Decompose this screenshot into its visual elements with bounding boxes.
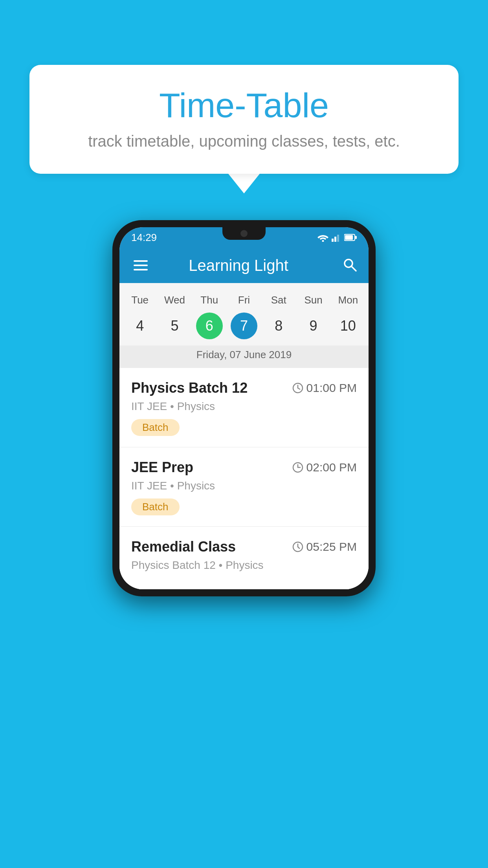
phone-camera xyxy=(240,230,248,237)
svg-line-17 xyxy=(298,547,299,548)
day-label-mon: Mon xyxy=(331,291,365,309)
day-numbers: 4 5 6 7 8 9 10 xyxy=(119,309,369,346)
schedule-item-2-subtitle: IIT JEE • Physics xyxy=(131,480,357,492)
schedule-item-1-title: Physics Batch 12 xyxy=(131,380,248,396)
svg-line-8 xyxy=(351,266,356,271)
day-label-sun: Sun xyxy=(296,291,330,309)
day-label-tue: Tue xyxy=(123,291,157,309)
phone-outer: 14:29 xyxy=(112,220,376,596)
calendar-strip: Tue Wed Thu Fri Sat Sun Mon 4 5 6 7 8 9 … xyxy=(119,283,369,368)
day-label-thu: Thu xyxy=(192,291,227,309)
search-button[interactable] xyxy=(342,257,358,274)
schedule-item-3-time: 05:25 PM xyxy=(292,540,357,554)
speech-bubble-title: Time-Table xyxy=(53,86,435,125)
day-7-selected[interactable]: 7 xyxy=(231,313,257,339)
hamburger-icon[interactable] xyxy=(130,257,151,274)
day-4[interactable]: 4 xyxy=(123,314,157,338)
batch-tag-2: Batch xyxy=(131,498,180,515)
svg-rect-6 xyxy=(355,236,357,239)
day-6-today[interactable]: 6 xyxy=(196,313,223,339)
schedule-list: Physics Batch 12 01:00 PM IIT JEE • Phys… xyxy=(119,368,369,589)
schedule-item-3[interactable]: Remedial Class 05:25 PM Physics Batch 12… xyxy=(119,527,369,589)
svg-rect-3 xyxy=(337,235,339,242)
schedule-item-1-time: 01:00 PM xyxy=(292,381,357,395)
app-title: Learning Light xyxy=(151,257,326,274)
schedule-item-3-header: Remedial Class 05:25 PM xyxy=(131,539,357,555)
schedule-item-2-time: 02:00 PM xyxy=(292,461,357,474)
status-time: 14:29 xyxy=(131,232,157,244)
batch-tag-1: Batch xyxy=(131,419,180,436)
phone-screen: 14:29 xyxy=(119,227,369,589)
schedule-item-2-header: JEE Prep 02:00 PM xyxy=(131,459,357,476)
status-icons xyxy=(317,233,357,242)
schedule-item-2-title: JEE Prep xyxy=(131,459,193,476)
day-labels: Tue Wed Thu Fri Sat Sun Mon xyxy=(119,291,369,309)
phone-container: 14:29 xyxy=(112,220,376,596)
speech-bubble-subtitle: track timetable, upcoming classes, tests… xyxy=(53,132,435,150)
schedule-item-3-subtitle: Physics Batch 12 • Physics xyxy=(131,559,357,572)
battery-icon xyxy=(344,234,357,241)
app-bar: Learning Light xyxy=(119,248,369,283)
hamburger-line-1 xyxy=(134,260,148,262)
schedule-item-3-title: Remedial Class xyxy=(131,539,236,555)
clock-icon-2 xyxy=(292,462,303,473)
signal-icon xyxy=(332,233,341,242)
day-9[interactable]: 9 xyxy=(296,314,330,338)
day-label-wed: Wed xyxy=(157,291,192,309)
day-label-fri: Fri xyxy=(227,291,261,309)
clock-icon-3 xyxy=(292,541,303,552)
wifi-icon xyxy=(317,233,328,242)
schedule-item-1-subtitle: IIT JEE • Physics xyxy=(131,400,357,413)
speech-bubble-container: Time-Table track timetable, upcoming cla… xyxy=(29,65,459,193)
day-label-sat: Sat xyxy=(261,291,296,309)
svg-line-11 xyxy=(298,388,300,389)
speech-bubble-arrow xyxy=(228,174,260,193)
selected-date: Friday, 07 June 2019 xyxy=(119,346,369,368)
svg-rect-1 xyxy=(332,239,334,242)
hamburger-line-2 xyxy=(134,265,148,266)
clock-icon-1 xyxy=(292,383,303,394)
hamburger-line-3 xyxy=(134,269,148,270)
schedule-item-2[interactable]: JEE Prep 02:00 PM IIT JEE • Physics Batc… xyxy=(119,447,369,527)
schedule-item-1-header: Physics Batch 12 01:00 PM xyxy=(131,380,357,396)
svg-rect-5 xyxy=(345,235,353,240)
svg-point-0 xyxy=(322,240,324,242)
day-10[interactable]: 10 xyxy=(331,314,365,338)
svg-rect-2 xyxy=(334,237,336,242)
schedule-item-1[interactable]: Physics Batch 12 01:00 PM IIT JEE • Phys… xyxy=(119,368,369,447)
day-8[interactable]: 8 xyxy=(261,314,296,338)
speech-bubble: Time-Table track timetable, upcoming cla… xyxy=(29,65,459,174)
phone-notch xyxy=(222,227,266,240)
day-5[interactable]: 5 xyxy=(157,314,192,338)
search-icon xyxy=(342,257,358,272)
